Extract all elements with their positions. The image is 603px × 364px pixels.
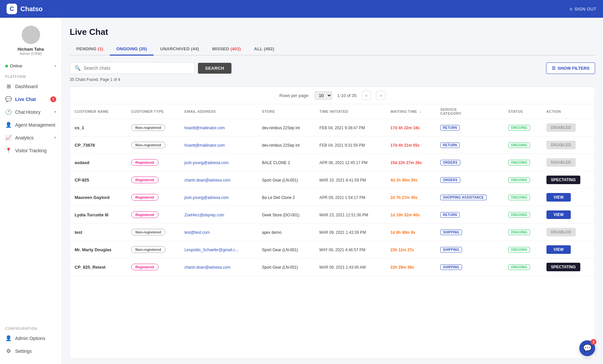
live-chat-icon: 💬 [5, 96, 12, 102]
search-button[interactable]: SEARCH [198, 63, 231, 74]
cell-waiting-time: 1d 6h 48m 9s [386, 224, 436, 241]
tab-unarchived[interactable]: UNARCHIVED (44) [154, 43, 205, 56]
cell-time-initiated: MAR 10, 2021 8:41:59 PM [315, 171, 386, 189]
live-chat-badge: 1 [50, 96, 56, 102]
logo: C Chatso [7, 4, 43, 14]
logo-icon: C [7, 4, 17, 14]
action-view-button[interactable]: VIEW [546, 245, 571, 254]
col-customer-type: Customer Type [127, 104, 180, 119]
cell-action: DISABLED [542, 136, 595, 154]
cell-waiting-time: 4d 1h 40m 30s [386, 171, 436, 189]
analytics-icon: 📈 [5, 134, 12, 141]
configuration-section-label: CONFIGURATION [0, 323, 61, 332]
cell-customer-name: asdasd [70, 154, 127, 171]
prev-page-button[interactable]: ‹ [362, 91, 371, 100]
sidebar-item-dashboard[interactable]: ⊞ Dashboard [0, 80, 61, 93]
tab-pending[interactable]: PENDING (1) [70, 43, 110, 56]
table-row: Lydia Turcotte III Registered ZoeHerz@da… [70, 206, 595, 224]
col-waiting-time[interactable]: Waiting Time ↓ [386, 104, 436, 119]
cell-customer-name: Mr. Marty Douglas [70, 241, 127, 258]
cell-customer-name: cs_1 [70, 119, 127, 136]
page-title: Live Chat [70, 27, 595, 37]
cell-service-category: ORDERS [436, 171, 504, 189]
cell-store: apex demo [257, 224, 315, 241]
action-view-button[interactable]: VIEW [546, 210, 571, 219]
cell-customer-name: CP-825 [70, 171, 127, 189]
cell-time-initiated: MAR 09, 2021 1:43:39 PM [315, 224, 386, 241]
table-container: Rows per page: 10 25 50 1-10 of 35 ‹ › C… [70, 86, 595, 359]
table-row: test Non-registered test@test.com apex d… [70, 224, 595, 241]
sidebar-item-chat-history[interactable]: 🕐 Chat History ▾ [0, 106, 61, 118]
show-filters-button[interactable]: ☰ SHOW FILTERS [546, 62, 595, 74]
action-spectating-button[interactable]: SPECTATING [546, 176, 581, 184]
cell-customer-name: test [70, 224, 127, 241]
visitor-tracking-icon: 📍 [5, 147, 12, 154]
tab-ongoing[interactable]: ONGOING (35) [110, 43, 154, 56]
cell-customer-type: Non-registered [127, 136, 180, 154]
sort-icon: ↓ [419, 109, 421, 113]
cell-service-category: SHOPPING ASSISTANCE [436, 189, 504, 206]
signout-button[interactable]: ⎋ SIGN OUT [570, 7, 596, 12]
sidebar-label-visitor-tracking: Visitor Tracking [15, 148, 46, 153]
cell-action: DISABLED [542, 119, 595, 136]
next-page-button[interactable]: › [376, 91, 385, 100]
cell-waiting-time: 15d 22h 27m 26s [386, 154, 436, 171]
tab-all[interactable]: ALL (482) [248, 43, 281, 56]
sidebar-role: Admin (CRM) [20, 52, 42, 56]
sidebar-item-admin-options[interactable]: 👤 Admin Options [0, 332, 61, 345]
cell-action: VIEW [542, 241, 595, 258]
cell-customer-name: Lydia Turcotte III [70, 206, 127, 224]
sidebar-item-live-chat[interactable]: 💬 Live Chat 1 [0, 93, 61, 106]
cell-time-initiated: MAY 06, 2021 4:46:57 PM [315, 241, 386, 258]
action-view-button[interactable]: VIEW [546, 193, 571, 202]
admin-options-icon: 👤 [5, 335, 12, 341]
cell-time-initiated: FEB 04, 2021 9:31:59 PM [315, 136, 386, 154]
search-row: 🔍 SEARCH ☰ SHOW FILTERS [70, 62, 595, 74]
cell-time-initiated: MAR 08, 2021 1:43:45 AM [315, 258, 386, 276]
sidebar-item-analytics[interactable]: 📈 Analytics ▾ [0, 131, 61, 144]
sidebar-item-settings[interactable]: ⚙ Settings [0, 345, 61, 357]
col-store: Store [257, 104, 315, 119]
action-spectating-button[interactable]: SPECTATING [546, 263, 581, 271]
status-indicator[interactable]: Online ▾ [0, 61, 61, 71]
sidebar-label-settings: Settings [15, 349, 32, 354]
cell-status: ONGOING [504, 119, 542, 136]
cell-email: hoantt@mailinator.com [180, 136, 257, 154]
search-left: 🔍 SEARCH [70, 62, 231, 74]
table-row: CP_825_Retest Registered chanh.doan@adve… [70, 258, 595, 276]
sidebar-label-analytics: Analytics [15, 135, 34, 140]
cell-waiting-time: 23h 12m 27s [386, 241, 436, 258]
analytics-chevron-icon: ▾ [54, 135, 56, 140]
cell-time-initiated: MAR 23, 2021 12:51:36 PM [315, 206, 386, 224]
filter-icon: ☰ [552, 66, 556, 71]
action-disabled-button: DISABLED [546, 123, 576, 132]
cell-customer-name: CP_73878 [70, 136, 127, 154]
search-input[interactable] [84, 65, 190, 71]
sidebar-item-agent-management[interactable]: 👤 Agent Management [0, 118, 61, 131]
search-box: 🔍 [70, 62, 195, 74]
action-disabled-button: DISABLED [546, 228, 576, 236]
cell-status: ONGOING [504, 258, 542, 276]
cell-customer-name: Maureen Gaylord [70, 189, 127, 206]
status-dot [5, 65, 8, 67]
signout-icon: ⎋ [570, 7, 573, 12]
platform-section-label: PLATFORM [0, 71, 61, 80]
cell-waiting-time: 22h 29m 38s [386, 258, 436, 276]
table-row: CP_73878 Non-registered hoantt@mailinato… [70, 136, 595, 154]
tab-missed[interactable]: MISSED (402) [205, 43, 247, 56]
table-row: Maureen Gaylord Registered josh.young@ad… [70, 189, 595, 206]
table-row: cs_1 Non-registered hoantt@mailinator.co… [70, 119, 595, 136]
cell-customer-type: Registered [127, 189, 180, 206]
rows-per-page-select[interactable]: 10 25 50 [315, 91, 332, 100]
col-action: Action [542, 104, 595, 119]
chat-history-chevron-icon: ▾ [54, 110, 56, 114]
sidebar-item-visitor-tracking[interactable]: 📍 Visitor Tracking [0, 144, 61, 157]
cell-store: Sport Gear (LN-001) [257, 258, 315, 276]
cell-service-category: SHIPPING [436, 224, 504, 241]
chat-bubble-float[interactable]: 💬 3 [579, 340, 595, 356]
cell-store: Ba Le Deli Clone 2 [257, 189, 315, 206]
cell-action: VIEW [542, 189, 595, 206]
dashboard-icon: ⊞ [5, 83, 12, 89]
tab-bar: PENDING (1) ONGOING (35) UNARCHIVED (44)… [70, 43, 595, 56]
cell-time-initiated: FEB 04, 2021 9:38:47 PM [315, 119, 386, 136]
